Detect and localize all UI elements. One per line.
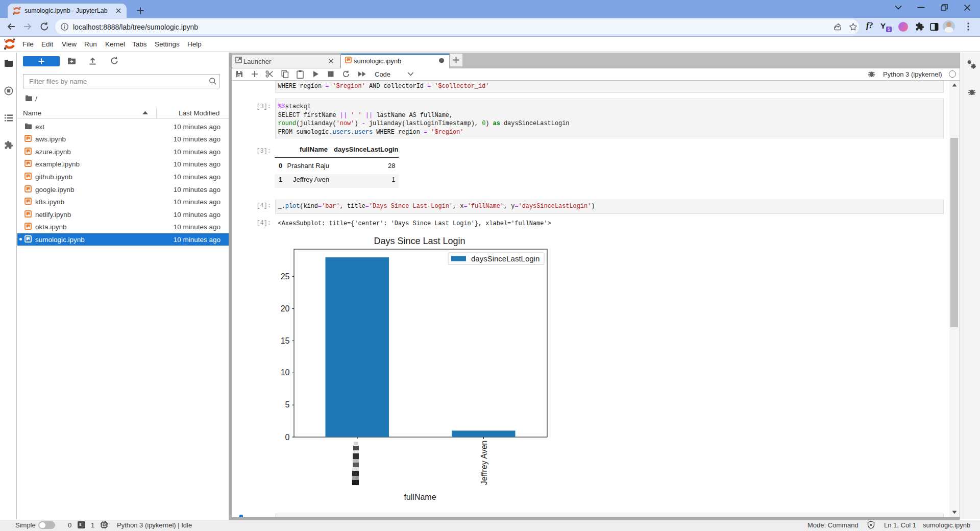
svg-text:Jeffrey Aven: Jeffrey Aven bbox=[480, 441, 488, 485]
svg-text:5: 5 bbox=[285, 400, 290, 409]
svg-text:Days Since Last Login: Days Since Last Login bbox=[374, 236, 465, 246]
svg-text:10: 10 bbox=[281, 368, 290, 377]
svg-text:0: 0 bbox=[285, 433, 290, 442]
svg-text:daysSinceLastLogin: daysSinceLastLogin bbox=[471, 254, 540, 263]
svg-text:fullName: fullName bbox=[404, 493, 436, 501]
svg-text:25: 25 bbox=[281, 272, 290, 281]
svg-text:20: 20 bbox=[281, 304, 290, 313]
svg-text:15: 15 bbox=[281, 336, 290, 345]
